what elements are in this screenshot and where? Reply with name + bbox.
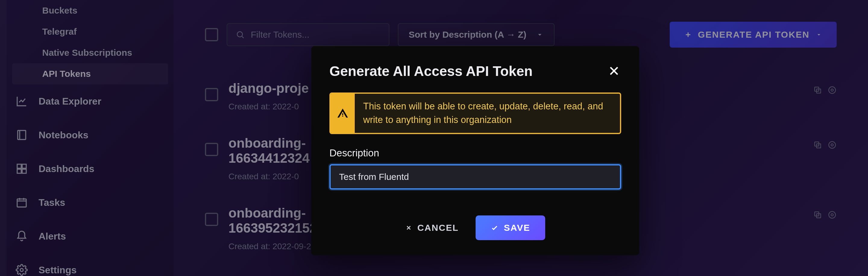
close-icon (405, 224, 412, 231)
close-icon: ✕ (608, 63, 620, 79)
warning-icon (331, 94, 355, 133)
modal-header: Generate All Access API Token ✕ (330, 63, 621, 79)
check-icon (491, 224, 498, 232)
close-button[interactable]: ✕ (607, 63, 621, 79)
modal-actions: CANCEL SAVE (330, 215, 621, 240)
warning-text: This token will be able to create, updat… (355, 94, 620, 133)
modal-title: Generate All Access API Token (330, 63, 532, 79)
save-label: SAVE (504, 223, 530, 233)
generate-token-modal: Generate All Access API Token ✕ This tok… (311, 46, 639, 255)
save-button[interactable]: SAVE (475, 215, 545, 240)
warning-banner: This token will be able to create, updat… (330, 92, 621, 134)
description-input[interactable] (330, 164, 621, 189)
cancel-label: CANCEL (417, 223, 459, 233)
cancel-button[interactable]: CANCEL (405, 223, 459, 233)
description-label: Description (330, 147, 621, 159)
